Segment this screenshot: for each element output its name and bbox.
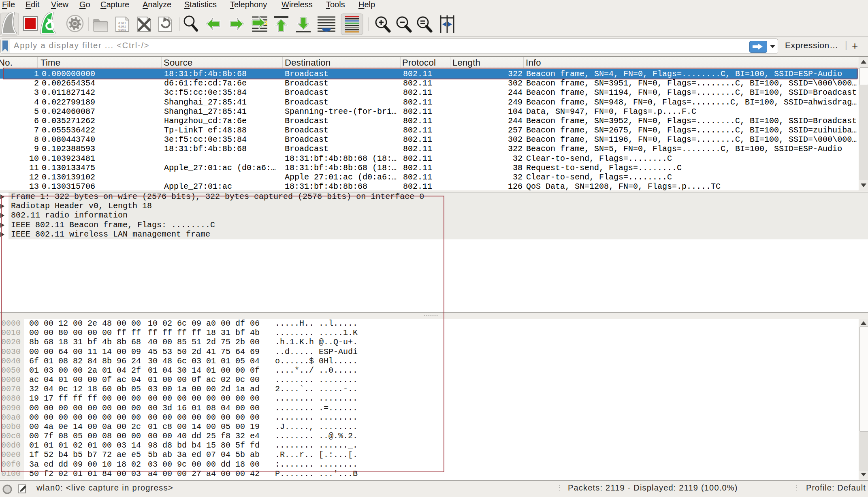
svg-text:0101: 0101	[118, 28, 126, 32]
